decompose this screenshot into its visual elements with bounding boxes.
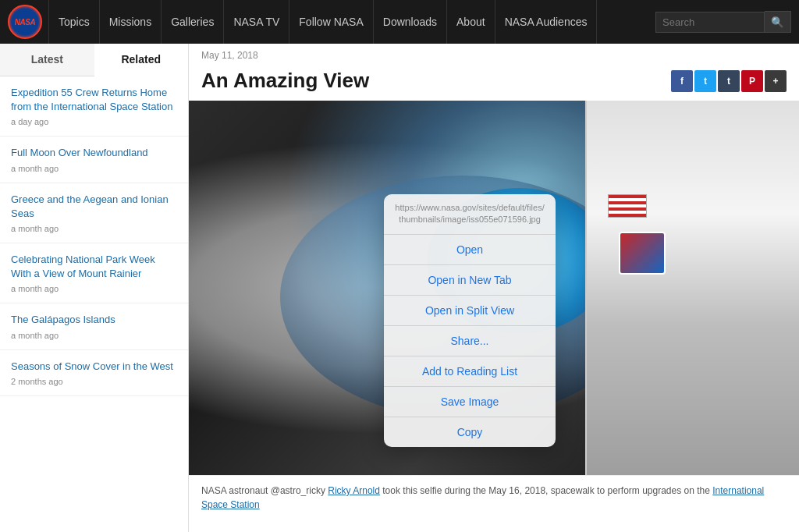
caption-text-2: took this selfie during the May 16, 2018… (380, 485, 712, 496)
article-time: a month ago (11, 284, 177, 293)
search-input[interactable] (655, 12, 765, 33)
search-box: 🔍 (655, 11, 791, 33)
list-item[interactable]: Greece and the Aegean and Ionian Seas a … (0, 183, 188, 243)
tab-latest[interactable]: Latest (0, 44, 94, 76)
context-menu: https://www.nasa.gov/sites/default/files… (384, 194, 556, 447)
nav-topics[interactable]: Topics (48, 0, 100, 44)
article-time: a month ago (11, 224, 177, 233)
article-time: a month ago (11, 331, 177, 340)
tumblr-button[interactable]: t (718, 70, 740, 92)
context-menu-reading-list[interactable]: Add to Reading List (384, 356, 556, 387)
nav-items: Topics Missions Galleries NASA TV Follow… (48, 0, 655, 44)
nav-nasa-tv[interactable]: NASA TV (224, 0, 289, 44)
article-time: a day ago (11, 117, 177, 126)
context-menu-url: https://www.nasa.gov/sites/default/files… (384, 194, 556, 235)
nav-about[interactable]: About (447, 0, 495, 44)
article-time: a month ago (11, 164, 177, 173)
context-menu-open[interactable]: Open (384, 235, 556, 265)
page-title: An Amazing View (201, 69, 369, 93)
search-icon: 🔍 (771, 16, 784, 28)
nav-nasa-audiences[interactable]: NASA Audiences (495, 0, 598, 44)
article-time: 2 months ago (11, 377, 177, 386)
context-menu-open-split[interactable]: Open in Split View (384, 296, 556, 326)
list-item[interactable]: Celebrating National Park Week With a Vi… (0, 243, 188, 303)
ricky-arnold-link[interactable]: Ricky Arnold (328, 485, 380, 496)
article-title: Full Moon Over Newfoundland (11, 146, 177, 160)
nasa-logo[interactable]: NASA (8, 5, 42, 39)
suit-patch (619, 232, 666, 275)
sidebar-items: Expedition 55 Crew Returns Home from the… (0, 76, 188, 396)
sidebar-tabs: Latest Related (0, 44, 188, 76)
nasa-logo-text: NASA (15, 18, 35, 27)
facebook-button[interactable]: f (671, 70, 693, 92)
flag-patch (608, 194, 647, 218)
article-title: Celebrating National Park Week With a Vi… (11, 253, 177, 281)
article-title: Greece and the Aegean and Ionian Seas (11, 193, 177, 221)
context-menu-copy[interactable]: Copy (384, 417, 556, 447)
caption-text: NASA astronaut @astro_ricky (201, 485, 328, 496)
list-item[interactable]: The Galápagos Islands a month ago (0, 303, 188, 349)
search-button[interactable]: 🔍 (765, 11, 791, 33)
nav-downloads[interactable]: Downloads (374, 0, 447, 44)
context-menu-open-new-tab[interactable]: Open in New Tab (384, 265, 556, 296)
list-item[interactable]: Seasons of Snow Cover in the West 2 mont… (0, 350, 188, 396)
main-layout: Latest Related Expedition 55 Crew Return… (0, 44, 799, 532)
content: May 11, 2018 An Amazing View f t t P + (189, 44, 799, 532)
sidebar: Latest Related Expedition 55 Crew Return… (0, 44, 189, 532)
image-container: https://www.nasa.gov/sites/default/files… (189, 101, 799, 475)
article-title: The Galápagos Islands (11, 313, 177, 327)
content-header: An Amazing View f t t P + (189, 62, 799, 101)
twitter-button[interactable]: t (694, 70, 716, 92)
navbar: NASA Topics Missions Galleries NASA TV F… (0, 0, 799, 44)
more-social-button[interactable]: + (765, 70, 787, 92)
content-caption: NASA astronaut @astro_ricky Ricky Arnold… (189, 475, 799, 520)
list-item[interactable]: Expedition 55 Crew Returns Home from the… (0, 76, 188, 137)
content-date: May 11, 2018 (189, 44, 799, 62)
tab-related[interactable]: Related (94, 44, 189, 76)
context-menu-save-image[interactable]: Save Image (384, 387, 556, 417)
nav-galleries[interactable]: Galleries (162, 0, 224, 44)
suit-right-panel (585, 101, 799, 475)
list-item[interactable]: Full Moon Over Newfoundland a month ago (0, 137, 188, 183)
context-menu-share[interactable]: Share... (384, 326, 556, 356)
article-title: Expedition 55 Crew Returns Home from the… (11, 86, 177, 114)
nav-missions[interactable]: Missions (100, 0, 162, 44)
pinterest-button[interactable]: P (741, 70, 763, 92)
social-buttons: f t t P + (671, 70, 787, 92)
nav-follow-nasa[interactable]: Follow NASA (289, 0, 373, 44)
article-title: Seasons of Snow Cover in the West (11, 360, 177, 374)
